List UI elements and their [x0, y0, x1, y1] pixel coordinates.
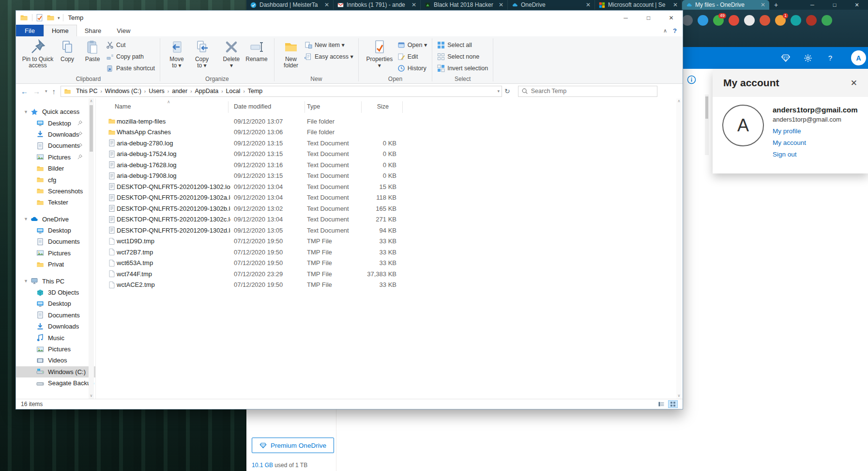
pin-to-quick-button[interactable]: Pin to Quickaccess: [21, 38, 55, 69]
breadcrumb-segment[interactable]: Local: [224, 88, 243, 94]
browser-tab[interactable]: Dashboard | MeisterTa✕: [246, 0, 334, 10]
file-list-scrollbar[interactable]: ∧ ∨: [676, 98, 682, 399]
ribbon-tab-share[interactable]: Share: [77, 25, 109, 36]
storage-used[interactable]: 10.1 GB: [252, 462, 273, 469]
tab-close-icon[interactable]: ✕: [324, 1, 329, 8]
file-row[interactable]: WhatsApp Crashes09/12/2020 13:06File fol…: [95, 127, 676, 138]
column-header-date-modified[interactable]: Date modified: [234, 103, 271, 110]
breadcrumb-chevron-icon[interactable]: ›: [99, 89, 103, 94]
file-row[interactable]: aria-debug-17628.log09/12/2020 13:16Text…: [95, 159, 676, 171]
file-row[interactable]: wct653A.tmp07/12/2020 19:50TMP File33 KB: [95, 258, 676, 269]
address-dropdown-chevron-icon[interactable]: ▾: [498, 89, 500, 94]
edit-button[interactable]: Edit: [397, 51, 427, 62]
browser-tab[interactable]: Black Hat 2018 Hacker✕: [421, 0, 508, 10]
breadcrumb-chevron-icon[interactable]: ›: [143, 89, 147, 94]
sidebar-item-desktop[interactable]: Desktop: [16, 225, 95, 236]
sidebar-item-documents[interactable]: Documents: [16, 310, 95, 321]
breadcrumb-chevron-icon[interactable]: ›: [167, 89, 170, 94]
column-header-name[interactable]: Name: [115, 103, 131, 110]
new-tab-button[interactable]: +: [769, 0, 783, 10]
breadcrumb-segment[interactable]: ander: [170, 88, 189, 94]
help-icon[interactable]: ?: [672, 25, 683, 36]
sidebar-item-onedrive[interactable]: ▼OneDrive: [16, 214, 95, 225]
details-view-button[interactable]: [668, 400, 678, 408]
copy-button[interactable]: Copy: [55, 38, 80, 63]
sidebar-item-screenshots[interactable]: Screenshots: [16, 186, 95, 197]
explorer-minimize-button[interactable]: ─: [614, 11, 637, 25]
sidebar-item-cfg[interactable]: cfg: [16, 174, 95, 185]
delete-button[interactable]: Delete▾: [219, 38, 244, 69]
breadcrumb-segment[interactable]: AppData: [193, 88, 221, 94]
file-row[interactable]: mozilla-temp-files09/12/2020 13:07File f…: [95, 116, 676, 127]
new-item-button[interactable]: New item ▾: [305, 40, 353, 50]
select-all-button[interactable]: Select all: [437, 40, 488, 50]
refresh-icon[interactable]: ↻: [504, 87, 510, 95]
invert-selection-button[interactable]: Invert selection: [437, 63, 488, 73]
diamond-icon[interactable]: [781, 53, 791, 63]
browser-tab[interactable]: OneDrive✕: [508, 0, 595, 10]
breadcrumb-segment[interactable]: Windows (C:): [103, 88, 143, 94]
ribbon-collapse-icon[interactable]: ∧: [658, 25, 672, 36]
column-header-type[interactable]: Type: [307, 103, 320, 110]
extension-icon[interactable]: 1: [775, 15, 786, 26]
info-icon[interactable]: [687, 75, 696, 84]
sidebar-item-desktop[interactable]: Desktop: [16, 117, 95, 128]
gear-icon[interactable]: [803, 53, 813, 63]
paste-shortcut-button[interactable]: Paste shortcut: [106, 63, 155, 73]
sidebar-scrollbar[interactable]: ∧ ∨: [89, 98, 94, 399]
sidebar-item-this-pc[interactable]: ▼This PC: [16, 275, 95, 286]
history-button[interactable]: History: [397, 63, 427, 73]
recent-locations-chevron-icon[interactable]: ▾: [45, 89, 47, 94]
sidebar-item-documents[interactable]: Documents: [16, 236, 95, 247]
tab-close-icon[interactable]: ✕: [586, 1, 591, 8]
tab-close-icon[interactable]: ✕: [673, 1, 678, 8]
browser-tab[interactable]: My files - OneDrive✕: [682, 0, 769, 10]
sidebar-item-desktop[interactable]: Desktop: [16, 298, 95, 309]
file-row[interactable]: aria-debug-2780.log09/12/2020 13:15Text …: [95, 138, 676, 149]
tab-close-icon[interactable]: ✕: [411, 1, 416, 8]
file-row[interactable]: DESKTOP-QNLFRT5-20201209-1302d.log09/12/…: [95, 225, 676, 236]
file-row[interactable]: wct1D9D.tmp07/12/2020 19:50TMP File33 KB: [95, 236, 676, 247]
breadcrumb-chevron-icon[interactable]: ›: [220, 89, 224, 94]
copy-path-button[interactable]: Copy path: [106, 51, 155, 62]
extension-icon[interactable]: [698, 15, 708, 26]
explorer-titlebar[interactable]: ▾ Temp ─□✕: [16, 11, 683, 25]
up-icon[interactable]: ↑: [52, 87, 56, 95]
list-view-button[interactable]: [656, 400, 666, 408]
breadcrumb-segment[interactable]: Users: [147, 88, 167, 94]
file-row[interactable]: wct744F.tmp07/12/2020 23:29TMP File37,38…: [95, 268, 676, 280]
sidebar-item-pictures[interactable]: Pictures: [16, 152, 95, 163]
sidebar-item-bilder[interactable]: Bilder: [16, 163, 95, 174]
tab-close-icon[interactable]: ✕: [499, 1, 503, 8]
browser-close-button[interactable]: ✕: [846, 0, 868, 10]
forward-icon[interactable]: →: [33, 87, 40, 95]
extension-icon[interactable]: [822, 15, 832, 26]
expand-chevron-icon[interactable]: ▼: [24, 217, 28, 221]
move-button[interactable]: Moveto ▾: [164, 38, 189, 69]
breadcrumb-segment[interactable]: This PC: [74, 88, 99, 94]
tab-close-icon[interactable]: ✕: [761, 1, 765, 8]
sidebar-item-tekster[interactable]: Tekster: [16, 197, 95, 208]
qat-properties-icon[interactable]: [35, 14, 44, 22]
browser-tab[interactable]: Microsoft account | Se✕: [595, 0, 682, 10]
cut-button[interactable]: Cut: [106, 40, 155, 50]
sidebar-item-downloads[interactable]: Downloads: [16, 129, 95, 140]
sidebar-item-windows-c-[interactable]: Windows (C:): [16, 366, 95, 377]
browser-minimize-button[interactable]: ─: [801, 0, 823, 10]
account-link-my-account[interactable]: My account: [773, 139, 858, 146]
sidebar-item-videos[interactable]: Videos: [16, 355, 95, 366]
account-link-sign-out[interactable]: Sign out: [773, 151, 858, 158]
rename-button[interactable]: Rename: [244, 38, 269, 63]
select-none-button[interactable]: Select none: [437, 51, 488, 62]
page-scrollbar[interactable]: [705, 94, 709, 155]
file-row[interactable]: DESKTOP-QNLFRT5-20201209-1302b.log09/12/…: [95, 203, 676, 214]
expand-chevron-icon[interactable]: ▼: [24, 279, 28, 283]
paste-button[interactable]: Paste: [80, 38, 105, 63]
copy-button[interactable]: Copyto ▾: [189, 38, 214, 69]
back-icon[interactable]: ←: [21, 87, 28, 95]
sidebar-item-privat[interactable]: Privat: [16, 259, 95, 270]
new-button[interactable]: Newfolder: [278, 38, 304, 69]
file-row[interactable]: DESKTOP-QNLFRT5-20201209-1302c.log09/12/…: [95, 214, 676, 225]
sidebar-item-seagate-backup-plus[interactable]: Seagate Backup Plus: [16, 377, 95, 389]
sidebar-item-documents[interactable]: Documents: [16, 140, 95, 151]
